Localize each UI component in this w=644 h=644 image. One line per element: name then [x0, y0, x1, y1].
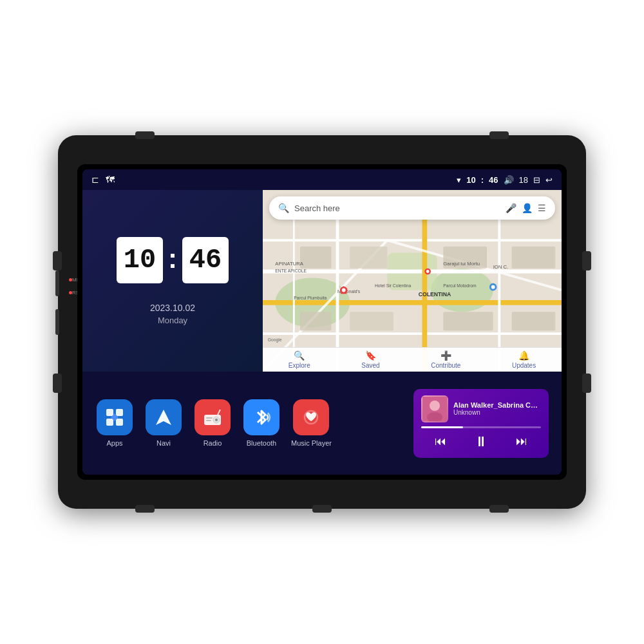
clock-separator: :: [168, 243, 177, 274]
account-icon[interactable]: 👤: [522, 203, 533, 213]
status-minutes: 46: [489, 175, 498, 185]
bracket-right-bottom: [582, 374, 591, 393]
svg-text:ENTE APICOLE: ENTE APICOLE: [275, 269, 307, 273]
svg-rect-19: [443, 312, 493, 330]
svg-marker-44: [156, 410, 171, 425]
bracket-bottom-left: [135, 505, 155, 513]
mic-search-icon[interactable]: 🎤: [506, 203, 516, 213]
app-icon-bluetooth[interactable]: Bluetooth: [242, 399, 281, 447]
status-time: 10: [466, 175, 475, 185]
music-artist: Unknown: [453, 409, 541, 416]
music-player-label: Music Player: [291, 439, 332, 447]
app-icon-radio[interactable]: Radio: [193, 399, 232, 447]
map-search-bar[interactable]: 🔍 Search here 🎤 👤 ☰: [269, 196, 555, 220]
svg-text:COLENTINA: COLENTINA: [419, 291, 451, 298]
status-colon: :: [481, 175, 484, 185]
map-search-icons: 🎤 👤 ☰: [506, 203, 546, 213]
svg-text:Google: Google: [268, 337, 282, 343]
svg-text:Hotel Sir Colentina: Hotel Sir Colentina: [375, 283, 412, 288]
svg-rect-40: [116, 409, 123, 416]
svg-rect-18: [350, 312, 393, 330]
map-tab-explore[interactable]: 🔍 Explore: [289, 350, 310, 369]
status-bar: ⊏ 🗺 ▾ 10 : 46 🔊 18 ⊟ ↩: [82, 169, 562, 190]
music-info: Alan Walker_Sabrina Carpenter_F... Unkno…: [453, 401, 541, 416]
updates-label: Updates: [512, 362, 536, 369]
music-controls: ⏮ ⏸ ⏭: [421, 432, 541, 451]
screen-bezel: ⊏ 🗺 ▾ 10 : 46 🔊 18 ⊟ ↩: [77, 164, 567, 480]
map-search-text: Search here: [294, 204, 500, 213]
back-icon[interactable]: ↩: [545, 175, 553, 185]
screen: ⊏ 🗺 ▾ 10 : 46 🔊 18 ⊟ ↩: [82, 169, 562, 475]
contribute-icon: ➕: [440, 350, 451, 361]
music-thumbnail: [421, 395, 448, 422]
music-play-button[interactable]: ⏸: [469, 432, 493, 451]
svg-text:ION C.: ION C.: [493, 264, 509, 270]
svg-point-53: [430, 401, 440, 411]
bracket-top-right: [489, 131, 509, 139]
bracket-top-left: [135, 131, 155, 139]
svg-text:Garajul lui Mortu: Garajul lui Mortu: [443, 261, 480, 267]
clock-display: 10 : 46: [117, 237, 229, 283]
apps-icon: [97, 399, 133, 435]
app-icon-navi[interactable]: Navi: [144, 399, 183, 447]
app-icon-music[interactable]: Music Player: [291, 399, 332, 447]
bottom-bar: Apps Navi: [82, 372, 562, 475]
svg-rect-48: [206, 417, 213, 419]
main-content: 10 : 46 2023.10.02 Monday: [82, 190, 562, 475]
status-right-area: ▾ 10 : 46 🔊 18 ⊟ ↩: [457, 175, 553, 185]
apps-row: Apps Navi: [95, 399, 413, 447]
updates-icon: 🔔: [518, 350, 529, 361]
map-tab-saved[interactable]: 🔖 Saved: [361, 350, 379, 369]
explore-label: Explore: [289, 362, 310, 369]
svg-point-47: [215, 419, 218, 421]
svg-text:Parcul Plumbuita: Parcul Plumbuita: [294, 296, 327, 300]
svg-point-33: [342, 289, 346, 292]
svg-rect-14: [300, 247, 331, 269]
volume-icon[interactable]: 🔊: [504, 175, 514, 185]
radio-label: Radio: [204, 439, 222, 447]
apps-label: Apps: [106, 439, 122, 447]
map-bottom-bar: 🔍 Explore 🔖 Saved ➕ Contribute 🔔: [263, 347, 562, 372]
clock-hours: 10: [117, 237, 163, 283]
menu-icon[interactable]: ☰: [538, 203, 546, 213]
music-icon-bg: [293, 399, 329, 435]
maps-icon[interactable]: 🗺: [106, 175, 115, 185]
radio-icon-bg: [194, 399, 231, 435]
home-icon[interactable]: ⊏: [91, 175, 99, 185]
wifi-icon: ▾: [457, 175, 461, 185]
contribute-label: Contribute: [431, 362, 460, 369]
svg-rect-21: [512, 312, 556, 330]
svg-rect-49: [206, 420, 211, 421]
svg-text:Parcul Motodrom: Parcul Motodrom: [443, 283, 477, 288]
bracket-bottom-center: [312, 505, 332, 513]
svg-point-35: [491, 285, 495, 289]
map-tab-contribute[interactable]: ➕ Contribute: [431, 350, 460, 369]
svg-rect-20: [512, 247, 556, 269]
music-progress-bar[interactable]: [421, 426, 541, 428]
battery-icon: ⊟: [533, 175, 540, 185]
bracket-bottom-right: [489, 505, 509, 513]
svg-point-37: [426, 270, 430, 273]
saved-icon: 🔖: [365, 350, 376, 361]
clock-date: 2023.10.02: [150, 303, 195, 313]
clock-widget: 10 : 46 2023.10.02 Monday: [82, 190, 263, 372]
map-tab-updates[interactable]: 🔔 Updates: [512, 350, 536, 369]
svg-rect-17: [300, 312, 331, 330]
saved-label: Saved: [361, 362, 379, 369]
status-left-icons: ⊏ 🗺: [91, 175, 115, 185]
bracket-left-bottom: [53, 374, 62, 393]
signal-number: 18: [519, 175, 528, 185]
music-prev-button[interactable]: ⏮: [430, 433, 451, 450]
app-icon-apps[interactable]: Apps: [95, 399, 134, 447]
explore-icon: 🔍: [294, 350, 305, 361]
music-player-widget: Alan Walker_Sabrina Carpenter_F... Unkno…: [413, 389, 549, 458]
svg-point-2: [431, 269, 493, 312]
music-next-button[interactable]: ⏭: [511, 433, 533, 450]
side-button-2[interactable]: [55, 309, 59, 335]
clock-day: Monday: [158, 316, 187, 325]
side-button-1[interactable]: [55, 270, 59, 296]
svg-rect-39: [106, 409, 113, 416]
svg-rect-42: [116, 419, 123, 426]
map-widget[interactable]: APINATURA ENTE APICOLE Garajul lui Mortu…: [263, 190, 562, 372]
svg-line-50: [218, 410, 220, 415]
